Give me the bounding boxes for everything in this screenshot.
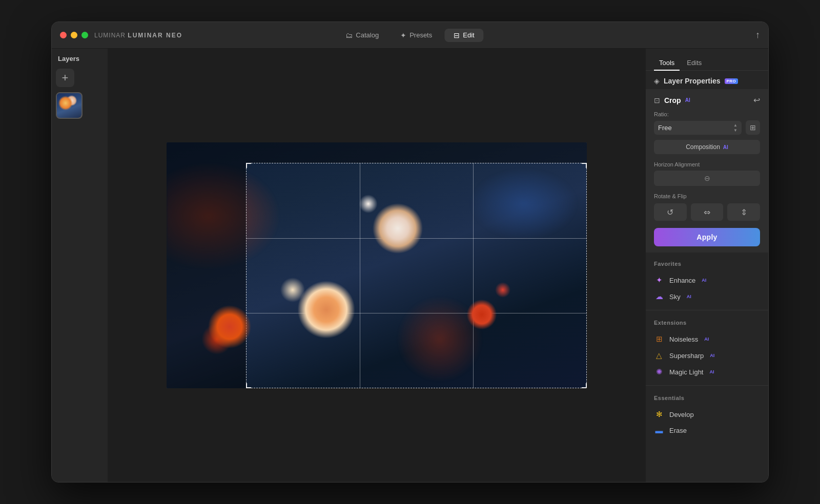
main-area: Layers + (52, 49, 768, 482)
rotate-button[interactable]: ↺ (654, 203, 687, 221)
layer-properties-section: ◈ Layer Properties PRO (646, 71, 768, 89)
layer-properties-title: Layer Properties (664, 77, 721, 85)
rotate-flip-label: Rotate & Flip (654, 193, 760, 199)
minimize-button[interactable] (71, 32, 77, 38)
tab-edits[interactable]: Edits (682, 56, 707, 71)
supersharp-ai-badge: AI (710, 353, 714, 358)
magic-light-label: Magic Light (669, 368, 703, 376)
layers-title: Layers (56, 55, 104, 62)
crop-overlay-top (167, 142, 587, 163)
composition-ai-badge: AI (723, 144, 728, 150)
sky-icon: ☁ (654, 292, 664, 301)
tool-develop[interactable]: ✻ Develop (654, 406, 760, 423)
crop-box[interactable] (246, 163, 587, 388)
app-window: LUMINAR LUMINAR NEO 🗂 Catalog ✦ Presets … (51, 22, 769, 482)
horizon-slider[interactable]: ⊖ (654, 171, 760, 186)
crop-handle-top-left[interactable] (246, 163, 251, 168)
ratio-lock-button[interactable]: ⊞ (746, 120, 760, 135)
flip-v-icon: ⇕ (741, 207, 747, 217)
supersharp-label: Supersharp (669, 352, 704, 360)
grid-line-vertical-2 (473, 163, 474, 388)
rotate-icon: ↺ (667, 207, 673, 217)
right-panel: Tools Edits ◈ Layer Properties PRO ⊡ Cro… (645, 49, 768, 482)
tab-tools[interactable]: Tools (654, 56, 680, 71)
erase-icon: ▬ (654, 426, 664, 435)
crop-reset-button[interactable]: ↩ (753, 95, 760, 105)
layer-properties-icon: ◈ (654, 77, 660, 85)
crop-header-left: ⊡ Crop AI (654, 96, 690, 104)
develop-icon: ✻ (654, 410, 664, 419)
favorites-section: Favorites ✦ Enhance AI ☁ Sky AI (646, 254, 768, 308)
panel-tabs: Tools Edits (646, 49, 768, 71)
grid-line-horizontal-1 (247, 238, 586, 239)
sky-label: Sky (669, 293, 681, 301)
layer-thumbnail[interactable] (56, 92, 83, 119)
magic-light-ai-badge: AI (709, 369, 714, 374)
extensions-section: Extensions ⊞ Noiseless AI △ Supersharp A… (646, 312, 768, 383)
photo-container (167, 142, 587, 388)
crop-handle-bottom-left[interactable] (246, 383, 251, 388)
flip-horizontal-button[interactable]: ⇔ (691, 203, 724, 221)
crop-overlay-left (167, 163, 246, 388)
ratio-arrows: ▲ ▼ (733, 123, 737, 133)
pro-badge: PRO (725, 78, 739, 84)
erase-label: Erase (669, 427, 687, 434)
flip-h-icon: ⇔ (704, 207, 710, 217)
crop-ai-badge: AI (685, 97, 690, 103)
crop-title: Crop (664, 96, 681, 104)
divider-1 (646, 310, 768, 310)
tool-noiseless[interactable]: ⊞ Noiseless AI (654, 331, 760, 347)
magic-light-icon: ✺ (654, 367, 664, 376)
add-layer-button[interactable]: + (56, 69, 74, 87)
presets-icon: ✦ (400, 31, 406, 39)
crop-icon: ⊡ (654, 96, 660, 104)
rotate-flip-buttons: ↺ ⇔ ⇕ (654, 203, 760, 221)
layer-thumb-image (57, 93, 81, 118)
tool-sky[interactable]: ☁ Sky AI (654, 288, 760, 305)
grid-line-vertical-1 (360, 163, 360, 388)
essentials-section: Essentials ✻ Develop ▬ Erase (646, 388, 768, 442)
ratio-label: Ratio: (654, 111, 760, 117)
crop-handle-bottom-right[interactable] (582, 383, 587, 388)
tool-erase[interactable]: ▬ Erase (654, 423, 760, 438)
catalog-icon: 🗂 (345, 31, 353, 39)
develop-label: Develop (669, 411, 694, 418)
apply-button[interactable]: Apply (654, 228, 760, 246)
tool-supersharp[interactable]: △ Supersharp AI (654, 347, 760, 364)
enhance-icon: ✦ (654, 276, 664, 285)
ratio-select[interactable]: Free ▲ ▼ (654, 121, 742, 135)
traffic-lights (60, 32, 88, 38)
supersharp-icon: △ (654, 351, 664, 360)
main-nav: 🗂 Catalog ✦ Presets ⊟ Edit (336, 29, 483, 42)
noiseless-icon: ⊞ (654, 334, 664, 344)
share-button[interactable]: ↑ (755, 30, 760, 40)
ratio-row: Free ▲ ▼ ⊞ (654, 120, 760, 135)
tool-enhance[interactable]: ✦ Enhance AI (654, 272, 760, 288)
close-button[interactable] (60, 32, 67, 38)
composition-button[interactable]: Composition AI (654, 140, 760, 154)
nav-edit[interactable]: ⊟ Edit (444, 29, 483, 42)
nav-catalog[interactable]: 🗂 Catalog (336, 29, 388, 42)
nav-presets[interactable]: ✦ Presets (391, 29, 441, 42)
divider-2 (646, 385, 768, 386)
photo-blur-overlay (167, 142, 587, 388)
extensions-title: Extensions (654, 320, 760, 326)
title-bar: LUMINAR LUMINAR NEO 🗂 Catalog ✦ Presets … (52, 22, 768, 49)
horizon-section: Horizon Alignment ⊖ (654, 161, 760, 186)
flip-vertical-button[interactable]: ⇕ (727, 203, 760, 221)
ratio-value: Free (658, 124, 672, 132)
crop-handle-top-right[interactable] (582, 163, 587, 168)
app-logo: LUMINAR LUMINAR NEO (94, 32, 182, 39)
sky-ai-badge: AI (687, 294, 691, 299)
tool-magic-light[interactable]: ✺ Magic Light AI (654, 364, 760, 380)
crop-section: ⊡ Crop AI ↩ Ratio: Free ▲ ▼ (646, 89, 768, 253)
photo-background (167, 142, 587, 388)
maximize-button[interactable] (81, 32, 88, 38)
enhance-label: Enhance (669, 277, 695, 284)
noiseless-ai-badge: AI (704, 337, 709, 342)
essentials-title: Essentials (654, 395, 760, 401)
favorites-title: Favorites (654, 261, 760, 267)
canvas-area (108, 49, 645, 482)
lock-icon: ⊞ (750, 123, 756, 132)
layers-sidebar: Layers + (52, 49, 108, 482)
